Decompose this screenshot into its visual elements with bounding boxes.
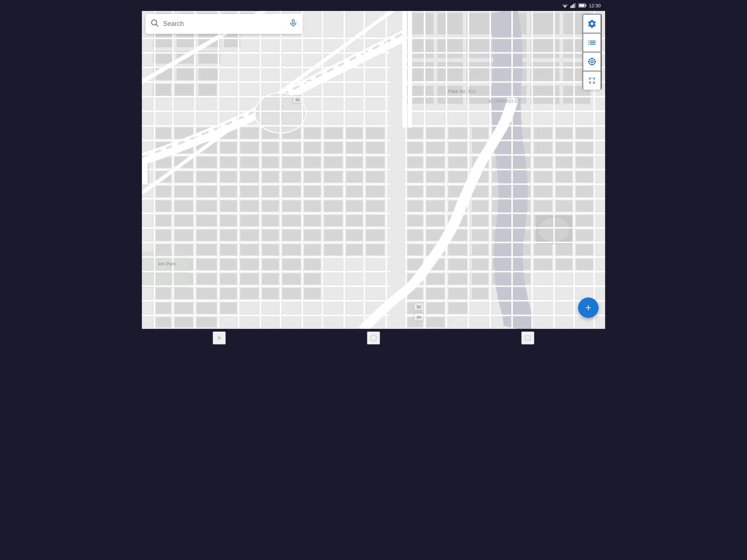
svg-rect-110 [197,201,217,211]
svg-rect-163 [220,273,237,284]
microphone-icon[interactable] [289,19,297,29]
svg-rect-8 [586,5,587,7]
svg-rect-90 [240,171,259,182]
layers-button[interactable] [582,33,601,52]
svg-rect-217 [556,171,572,182]
recents-nav-button[interactable] [521,331,534,345]
svg-rect-148 [304,244,321,255]
svg-rect-26 [153,84,171,97]
svg-rect-106 [346,186,363,197]
layers-icon [587,38,597,47]
svg-rect-372 [526,336,530,341]
svg-rect-97 [155,186,171,197]
svg-rect-171 [220,288,237,299]
svg-rect-131 [175,230,193,241]
svg-rect-117 [346,201,363,211]
svg-rect-271 [556,259,572,270]
svg-rect-207 [534,157,552,168]
settings-button[interactable] [582,14,601,33]
svg-rect-184 [426,128,445,139]
location-icon [587,57,597,66]
svg-rect-167 [304,273,321,284]
svg-point-371 [371,335,377,341]
svg-rect-71 [304,142,321,153]
svg-rect-130 [155,230,171,241]
svg-rect-225 [534,186,552,197]
location-button[interactable] [582,52,601,71]
add-fab[interactable]: + [578,298,599,318]
svg-rect-119 [155,215,171,226]
svg-rect-266 [448,259,468,270]
svg-rect-140 [366,230,384,241]
svg-rect-164 [240,273,259,284]
navigation-bar [142,329,605,347]
svg-rect-6 [575,3,576,8]
left-panel-handle[interactable] [142,163,148,184]
svg-rect-180 [155,317,171,327]
fullscreen-icon [587,76,597,85]
svg-text:90: 90 [295,98,300,102]
svg-rect-166 [282,273,301,284]
svg-rect-27 [175,84,195,97]
svg-rect-191 [576,128,594,139]
svg-rect-245 [576,215,594,226]
svg-rect-103 [282,186,301,197]
svg-rect-262 [556,244,572,255]
status-time: 12:30 [589,3,601,8]
svg-rect-218 [576,171,594,182]
svg-rect-137 [304,230,321,241]
svg-point-369 [589,58,595,65]
search-bar[interactable] [146,14,302,34]
svg-text:ion Park: ion Park [158,261,176,267]
svg-rect-192 [406,142,423,153]
svg-rect-274 [426,273,445,284]
back-icon [215,334,223,342]
svg-rect-25 [198,67,218,80]
svg-rect-5 [573,4,574,8]
svg-line-367 [156,24,158,27]
svg-rect-165 [262,273,279,284]
svg-rect-80 [262,157,279,168]
svg-rect-149 [324,244,342,255]
svg-rect-179 [220,303,237,314]
home-nav-button[interactable] [367,331,380,345]
svg-rect-113 [262,201,279,211]
svg-rect-147 [282,244,301,255]
svg-marker-2 [564,7,566,8]
svg-rect-219 [406,186,423,197]
svg-rect-193 [426,142,445,153]
svg-rect-189 [534,128,552,139]
svg-rect-190 [556,128,572,139]
svg-rect-53 [155,128,171,139]
svg-rect-93 [304,171,321,182]
svg-rect-36 [437,38,463,58]
svg-rect-200 [576,142,594,153]
svg-rect-133 [220,230,237,241]
svg-rect-173 [262,288,279,299]
map-container[interactable]: 90 90 94 [142,11,605,329]
svg-rect-201 [406,157,423,168]
svg-rect-42 [437,62,463,82]
svg-rect-96 [366,171,384,182]
fullscreen-button[interactable] [582,71,601,90]
svg-rect-229 [426,201,445,211]
svg-rect-150 [346,244,363,255]
svg-rect-82 [304,157,321,168]
svg-rect-228 [406,201,423,211]
svg-rect-111 [220,201,237,211]
svg-rect-261 [534,244,552,255]
svg-rect-135 [262,230,279,241]
svg-rect-120 [175,215,193,226]
svg-rect-45 [530,62,560,82]
svg-rect-203 [448,157,468,168]
svg-rect-258 [472,244,488,255]
back-nav-button[interactable] [213,331,226,345]
search-input[interactable] [163,20,285,28]
svg-rect-211 [426,171,445,182]
svg-rect-4 [572,5,573,8]
svg-rect-159 [304,259,321,270]
add-icon: + [585,302,591,314]
svg-rect-177 [175,303,193,314]
svg-rect-37 [467,38,496,58]
svg-rect-257 [448,244,468,255]
